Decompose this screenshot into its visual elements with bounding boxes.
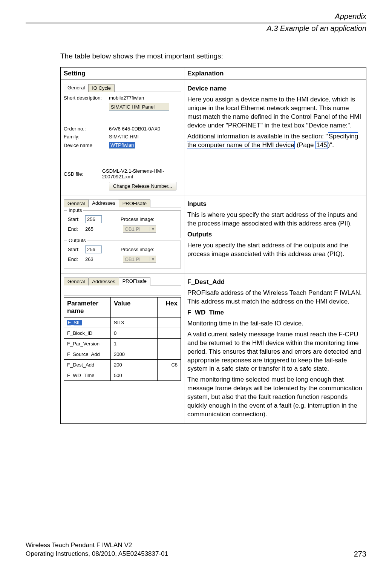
th-explanation: Explanation <box>184 67 366 80</box>
out-pi-dropdown[interactable]: OB1 PI▼ <box>123 256 156 263</box>
in-pi-value: OB1 PI <box>125 226 141 232</box>
out-end-value: 263 <box>85 256 102 262</box>
orderno-value: 6AV6 645-0DB01-0AX0 <box>109 126 160 132</box>
param-row[interactable]: F_Par_Version1 <box>64 339 181 349</box>
page-number: 273 <box>354 550 366 558</box>
tab-general[interactable]: General <box>64 278 89 285</box>
screenshot-general-tab: General IO Cycle Short description: mobi… <box>64 84 181 190</box>
th-hex: Hex <box>158 298 181 317</box>
param-table: Parameter name Value Hex F_SIL SIL3 <box>64 297 181 381</box>
param-row[interactable]: F_Dest_Add200C8 <box>64 360 181 370</box>
expl-text: Additional information is available in t… <box>187 132 363 150</box>
out-pi-value: OB1 PI <box>125 256 141 262</box>
devname-input[interactable]: WTPfiwlan <box>109 142 135 149</box>
inputs-legend: Inputs <box>67 207 83 213</box>
param-hex <box>158 328 181 339</box>
param-row[interactable]: F_Block_ID0 <box>64 328 181 339</box>
param-hex <box>158 317 181 328</box>
param-hex: C8 <box>158 360 181 370</box>
footer-line1: Wireless Teach Pendant F IWLAN V2 <box>26 541 168 550</box>
settings-table: Setting Explanation General IO Cycle Sho… <box>60 67 366 424</box>
tab-general[interactable]: General <box>64 199 89 207</box>
family-value: SIMATIC HMI <box>109 134 139 140</box>
expl-mid: (Page <box>295 141 315 149</box>
expl-heading: F_Dest_Add <box>187 278 363 287</box>
out-start-input[interactable]: 256 <box>85 245 102 253</box>
longname-box: SIMATIC HMI Panel <box>109 103 169 111</box>
param-name: F_Par_Version <box>64 339 111 349</box>
header-subtitle: A.3 Example of an application <box>26 23 366 33</box>
tab-iocycle[interactable]: IO Cycle <box>88 84 115 92</box>
expl-text: PROFIsafe address of the Wireless Teach … <box>187 289 363 306</box>
gsdfile-label: GSD file: <box>64 171 102 177</box>
param-row[interactable]: F_SIL SIL3 <box>64 317 181 328</box>
page-header: Appendix A.3 Example of an application <box>26 11 366 33</box>
intro-text: The table below shows the most important… <box>60 52 366 60</box>
param-name: F_Dest_Add <box>64 360 111 370</box>
in-end-label: End: <box>68 226 85 232</box>
in-end-value: 265 <box>85 226 102 232</box>
in-pi-dropdown[interactable]: OB1 PI▼ <box>123 225 156 233</box>
param-hex <box>158 339 181 349</box>
link-page-145[interactable]: 145 <box>315 141 328 149</box>
param-value: SIL3 <box>111 317 158 328</box>
out-pi-label: Process image: <box>121 247 155 252</box>
expl-text: Here you specify the start address of th… <box>187 241 363 259</box>
in-start-label: Start: <box>68 216 85 222</box>
orderno-label: Order no.: <box>64 126 109 132</box>
expl-heading: Inputs <box>187 200 363 209</box>
table-row: General Addresses PROFIsafe Inputs Start… <box>61 195 366 273</box>
tab-profisafe[interactable]: PROFIsafe <box>119 277 150 285</box>
tab-addresses[interactable]: Addresses <box>88 199 119 207</box>
expl-text: The monitoring time selected must be lon… <box>187 376 363 419</box>
th-param: Parameter name <box>64 298 111 317</box>
param-value: 0 <box>111 328 158 339</box>
param-row[interactable]: F_WD_Time500 <box>64 370 181 381</box>
inputs-fieldset: Inputs Start: 256 Process image: End: 26… <box>64 210 181 238</box>
in-pi-label: Process image: <box>121 216 155 222</box>
param-value: 2000 <box>111 349 158 360</box>
devname-value: WTPfiwlan <box>109 142 135 148</box>
tab-general[interactable]: General <box>64 84 89 92</box>
param-name: F_SIL <box>67 320 82 325</box>
param-value: 500 <box>111 370 158 381</box>
table-row: General Addresses PROFIsafe Parameter na… <box>61 273 366 424</box>
expl-text: Monitoring time in the fail-safe IO devi… <box>187 319 363 328</box>
outputs-legend: Outputs <box>67 238 87 243</box>
chevron-down-icon: ▼ <box>150 257 155 261</box>
header-breadcrumb: Appendix <box>26 11 366 21</box>
expl-text: This is where you specify the start addr… <box>187 211 363 228</box>
th-value: Value <box>111 298 158 317</box>
outputs-fieldset: Outputs Start: 256 Process image: End: 2… <box>64 241 181 268</box>
family-label: Family: <box>64 134 109 140</box>
param-name: F_WD_Time <box>64 370 111 381</box>
param-value: 200 <box>111 360 158 370</box>
param-value: 1 <box>111 339 158 349</box>
expl-prefix: Additional information is available in t… <box>187 133 328 140</box>
page-footer: Wireless Teach Pendant F IWLAN V2 Operat… <box>26 526 366 558</box>
expl-text: Here you assign a device name to the HMI… <box>187 95 363 130</box>
param-name: F_Block_ID <box>64 328 111 339</box>
out-end-label: End: <box>68 256 85 262</box>
change-release-button[interactable]: Change Release Number... <box>109 182 176 190</box>
expl-text: A valid current safety message frame mus… <box>187 330 363 374</box>
expl-heading: F_WD_Time <box>187 308 363 317</box>
shortdesc-label: Short description: <box>64 95 109 101</box>
gsdfile-value: GSDML-V2.1-Siemens-HMI-20070921.xml <box>102 168 181 179</box>
tab-addresses[interactable]: Addresses <box>88 278 119 285</box>
expl-heading: Outputs <box>187 230 363 239</box>
devname-label: Device name <box>64 143 109 148</box>
footer-line2: Operating Instructions, 08/2010, A5E0245… <box>26 550 168 558</box>
in-start-input[interactable]: 256 <box>85 215 102 223</box>
expl-heading: Device name <box>187 84 363 93</box>
table-row: General IO Cycle Short description: mobi… <box>61 80 366 195</box>
param-name: F_Source_Add <box>64 349 111 360</box>
param-hex <box>158 370 181 381</box>
expl-suffix: )". <box>328 141 334 149</box>
shortdesc-value: mobile277fiwlan <box>109 95 144 101</box>
param-hex <box>158 349 181 360</box>
chevron-down-icon: ▼ <box>150 227 155 231</box>
param-row[interactable]: F_Source_Add2000 <box>64 349 181 360</box>
tab-profisafe[interactable]: PROFIsafe <box>119 199 150 207</box>
out-start-label: Start: <box>68 247 85 252</box>
